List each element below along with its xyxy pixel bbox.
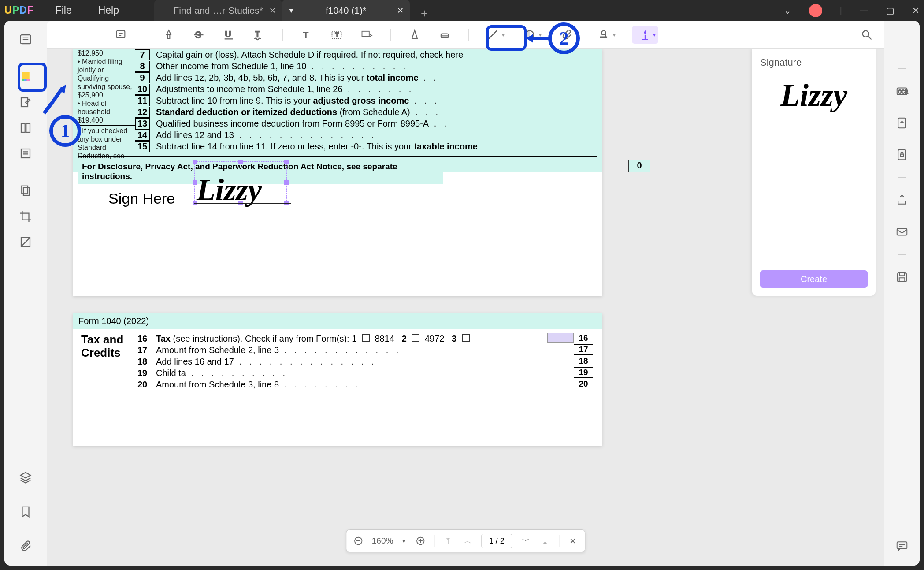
squiggly-tool-icon[interactable]: T [250,26,267,44]
email-icon[interactable] [893,223,911,241]
text-tool-icon[interactable]: T [298,26,315,44]
svg-text:OCR: OCR [898,89,908,94]
document-area[interactable]: $12,950 • Married filing jointly or Qual… [47,49,884,566]
svg-text:T: T [335,31,339,38]
last-page-icon[interactable]: ⤓ [539,535,551,547]
close-icon[interactable]: ✕ [397,6,404,15]
pdf-page-1: $12,950 • Married filing jointly or Qual… [73,49,602,296]
menu-file[interactable]: File [56,4,72,16]
svg-rect-39 [900,273,904,276]
reader-mode-icon[interactable] [15,29,36,50]
next-page-icon[interactable]: ﹀ [520,535,531,547]
close-icon[interactable]: ✕ [269,6,276,15]
menu-help[interactable]: Help [98,4,119,16]
avatar[interactable] [809,4,822,17]
tab-f1040[interactable]: ▼ f1040 (1)* ✕ [282,0,410,21]
svg-rect-20 [362,31,369,36]
organize-pages-icon[interactable] [15,117,36,138]
svg-rect-40 [899,278,905,282]
svg-rect-37 [897,229,907,235]
bookmark-icon[interactable] [15,501,36,522]
page-input[interactable] [481,534,512,548]
note-tool-icon[interactable] [112,26,130,44]
svg-rect-41 [897,542,907,548]
strikethrough-tool-icon[interactable]: S [190,26,208,44]
title-bar: UPDF File Help Find-and-…r-Studies* ✕ ▼ … [0,0,924,21]
signature-panel: Signature Lizzy Create [752,49,876,296]
protect-icon[interactable] [893,145,911,164]
close-window-icon[interactable]: ✕ [912,5,920,16]
svg-rect-35 [898,150,906,160]
svg-point-25 [863,30,869,37]
zoom-level[interactable]: 160% [372,536,393,546]
stamp-tool-icon[interactable]: ▼ [595,26,620,44]
tab-find-and-replace[interactable]: Find-and-…r-Studies* ✕ [154,0,282,21]
svg-text:T: T [255,29,260,38]
callout-tool-icon[interactable] [358,26,375,44]
pencil-tool-icon[interactable] [406,26,423,44]
chevron-down-icon[interactable]: ▼ [401,538,407,544]
ocr-icon[interactable]: OCR [893,82,911,101]
crop-tool-icon[interactable] [15,206,36,227]
new-tab-button[interactable]: ＋ [419,5,430,21]
tab-label: Find-and-…r-Studies* [173,5,263,16]
chevron-down-icon[interactable]: ▼ [288,7,294,14]
share-icon[interactable] [893,191,911,209]
signature-panel-title: Signature [760,57,868,68]
save-icon[interactable] [893,268,911,287]
redact-tool-icon[interactable] [15,231,36,253]
convert-icon[interactable] [893,114,911,132]
svg-rect-7 [21,149,30,158]
svg-rect-6 [26,123,30,132]
checkbox[interactable] [462,334,470,342]
attachment-icon[interactable] [15,536,36,557]
search-icon[interactable] [858,26,876,44]
underline-tool-icon[interactable]: U [220,26,237,44]
signature-preview[interactable]: Lizzy [760,77,868,114]
svg-text:U: U [225,29,231,38]
comment-toolbar: S U T T T ▼ ▼ ▼ ▼ ▾ [47,21,884,49]
eraser-tool-icon[interactable] [436,26,453,44]
edit-tool-icon[interactable] [15,92,36,113]
svg-line-22 [489,30,497,39]
form-tool-icon[interactable] [15,143,36,164]
comment-tool-button[interactable] [15,66,36,87]
svg-line-26 [868,36,872,39]
highlight-tool-icon[interactable] [160,26,178,44]
sidebar-left [4,21,47,566]
textbox-tool-icon[interactable]: T [328,26,345,44]
checkbox[interactable] [412,334,419,342]
maximize-icon[interactable]: ▢ [886,5,894,16]
zoom-in-button[interactable] [415,535,426,547]
form-header: Form 1040 (2022) [73,313,602,329]
signature-tool-button[interactable]: ▾ [632,26,658,44]
first-page-icon[interactable]: ⤒ [442,535,454,547]
chat-icon[interactable] [893,536,911,555]
form-field[interactable] [547,333,574,343]
app-frame: S U T T T ▼ ▼ ▼ ▼ ▾ [4,21,920,566]
checkbox[interactable] [362,334,370,342]
chevron-down-icon[interactable]: ⌄ [784,5,791,16]
svg-rect-2 [24,79,26,81]
create-signature-button[interactable]: Create [760,270,868,288]
close-nav-icon[interactable]: ✕ [567,535,579,547]
minimize-icon[interactable]: — [860,5,868,15]
pdf-page-2: Form 1040 (2022) Tax andCredits 16Tax (s… [73,313,602,446]
zoom-out-button[interactable] [353,535,364,547]
placed-signature[interactable]: Lizzy [197,172,262,208]
page-navigation-bar: 160% ▼ ⤒ ︿ ﹀ ⤓ ✕ [346,529,585,552]
svg-rect-3 [27,79,30,81]
form-lines: 7Capital gain or (loss). Attach Schedule… [135,49,478,152]
sign-here-label: Sign Here [108,190,175,207]
line-tool-icon[interactable]: ▼ [484,26,508,44]
attach-tool-icon[interactable]: ▼ [558,26,583,44]
layers-icon[interactable] [15,467,36,488]
prev-page-icon[interactable]: ︿ [462,535,473,547]
svg-rect-5 [21,123,25,132]
svg-rect-11 [117,30,125,37]
sidebar-right: OCR [884,21,920,566]
shape-tool-icon[interactable]: ▼ [521,26,545,44]
pages-panel-icon[interactable] [15,180,36,201]
app-logo: UPDF [4,4,34,16]
chevron-down-icon: ▾ [653,32,656,38]
